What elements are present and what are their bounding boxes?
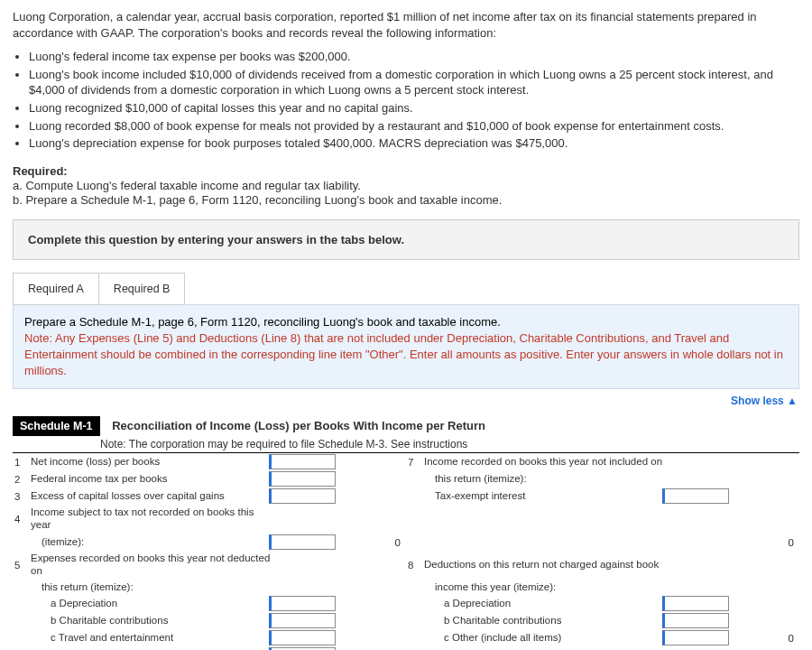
tab-required-a[interactable]: Required A: [13, 273, 99, 305]
line5c-label: c Travel and entertainment: [29, 630, 267, 646]
schedule-header: Schedule M-1 Reconciliation of Income (L…: [13, 416, 799, 450]
note-instruction: Prepare a Schedule M-1, page 6, Form 112…: [24, 315, 501, 329]
line5a-input[interactable]: [269, 596, 336, 611]
schedule-note: Note: The corporation may be required to…: [100, 438, 799, 450]
instruction-box: Complete this question by entering your …: [13, 219, 799, 260]
tab-note-panel: Prepare a Schedule M-1, page 6, Form 112…: [13, 304, 799, 390]
line8b2-label: b Charitable contributions: [422, 613, 660, 629]
schedule-title: Reconciliation of Income (Loss) per Book…: [112, 419, 485, 432]
fact-item: Luong's depreciation expense for book pu…: [29, 135, 799, 152]
line8b-input[interactable]: [662, 613, 729, 628]
line4-total: 0: [337, 537, 406, 548]
line5a-label: a Depreciation: [29, 596, 267, 612]
line3-input[interactable]: [269, 488, 336, 504]
line5c-input[interactable]: [269, 630, 336, 645]
line5b-label: this return (itemize):: [29, 580, 274, 596]
line7b-label: this return (itemize):: [422, 471, 668, 488]
line8c-label: c Other (include all items): [422, 630, 660, 646]
line8a-input[interactable]: [662, 596, 729, 611]
line7-total: 0: [731, 537, 799, 548]
schedule-m1-table: 1 Net income (loss) per books 7 Income r…: [13, 452, 799, 650]
required-a: a. Compute Luong's federal taxable incom…: [13, 179, 799, 192]
fact-item: Luong's federal income tax expense per b…: [29, 49, 799, 65]
line3-label: Excess of capital losses over capital ga…: [29, 488, 267, 505]
required-heading: Required:: [13, 164, 799, 178]
line7c-input[interactable]: [662, 488, 729, 504]
line4-itemize-input[interactable]: [269, 534, 336, 550]
line8c-input[interactable]: [662, 630, 729, 645]
line8b-label: income this year (itemize):: [422, 580, 668, 596]
line5-label: Expenses recorded on books this year not…: [29, 551, 274, 580]
problem-intro: Luong Corporation, a calendar year, accr…: [13, 9, 799, 42]
line2-label: Federal income tax per books: [29, 471, 267, 488]
line8-total: 0: [731, 633, 799, 644]
show-less-toggle[interactable]: Show less ▲: [13, 395, 798, 407]
line1-input[interactable]: [269, 454, 336, 469]
line4b-label: (itemize):: [29, 534, 267, 551]
line-num: 5: [13, 558, 29, 572]
line5b-input[interactable]: [269, 613, 336, 628]
line7c-label: Tax-exempt interest: [422, 488, 660, 505]
line-num: 7: [406, 455, 422, 469]
line-num: 1: [13, 455, 29, 469]
facts-list: Luong's federal income tax expense per b…: [13, 49, 799, 151]
schedule-tag: Schedule M-1: [13, 416, 100, 436]
required-b: b. Prepare a Schedule M-1, page 6, Form …: [13, 193, 799, 207]
fact-item: Luong recorded $8,000 of book expense fo…: [29, 118, 799, 135]
line8a-label: a Depreciation: [422, 596, 660, 612]
line-num: 4: [13, 512, 29, 526]
tab-bar: Required A Required B: [13, 273, 799, 305]
line1-label: Net income (loss) per books: [29, 454, 267, 470]
line5b2-label: b Charitable contributions: [29, 613, 267, 629]
fact-item: Luong's book income included $10,000 of …: [29, 67, 799, 98]
line4-label: Income subject to tax not recorded on bo…: [29, 505, 274, 534]
line-num: 2: [13, 472, 29, 487]
fact-item: Luong recognized $10,000 of capital loss…: [29, 100, 799, 116]
line7-label: Income recorded on books this year not i…: [422, 454, 668, 470]
line-num: 8: [406, 558, 422, 572]
line8-label: Deductions on this return not charged ag…: [422, 557, 668, 573]
line-num: 3: [13, 489, 29, 504]
tab-required-b[interactable]: Required B: [98, 273, 186, 305]
line2-input[interactable]: [269, 471, 336, 487]
